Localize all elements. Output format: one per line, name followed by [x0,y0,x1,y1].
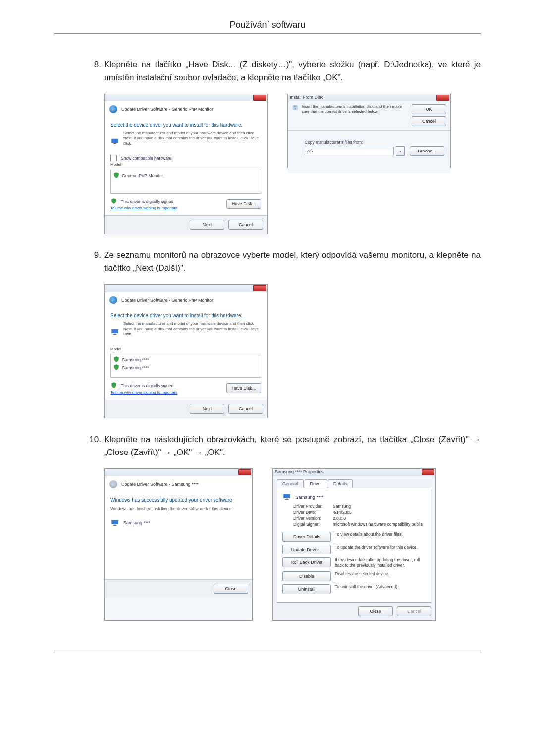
rollback-button[interactable]: Roll Back Driver [282,557,331,567]
dialog-heading: Select the device driver you want to ins… [110,313,261,318]
back-button[interactable]: ← Update Driver Software - Generic PnP M… [109,296,213,304]
next-button[interactable]: Next [190,404,224,414]
tell-me-link[interactable]: Tell me why driver signing is important [110,206,177,210]
svg-rect-6 [111,329,118,333]
step-9-number: 9. [84,249,104,262]
step-10: 10. Klepněte na následujících obrazovkác… [84,433,481,458]
svg-rect-13 [286,499,288,500]
dialog-subtext: Select the manufacturer and model of you… [123,321,261,337]
uninstall-desc: To uninstall the driver (Advanced). [335,584,426,590]
tab-general[interactable]: General [277,479,304,488]
have-disk-button[interactable]: Have Disk... [226,383,261,393]
model-item-1[interactable]: Samsung **** [122,357,149,362]
back-button[interactable]: ← Update Driver Software - Generic PnP M… [109,105,213,113]
path-input[interactable] [305,147,394,155]
cancel-button[interactable]: Cancel [412,116,446,126]
model-item[interactable]: Generic PnP Monitor [122,173,163,178]
shield-icon [113,364,120,372]
update-driver-button[interactable]: Update Driver... [282,545,331,554]
step-9-screens: ← Update Driver Software - Generic PnP M… [104,284,481,418]
uninstall-button[interactable]: Uninstall [282,584,331,594]
success-sub: Windows has finished installing the driv… [110,506,246,511]
driver-details-desc: To view details about the driver files. [335,532,426,537]
provider-value: Samsung [333,504,426,509]
shield-icon [113,356,120,364]
update-driver-desc: To update the driver software for this d… [335,545,426,550]
shield-icon [113,172,120,180]
disable-desc: Disables the selected device. [335,571,426,577]
svg-rect-10 [114,525,116,526]
step-10-screens: ← Update Driver Software - Samsung **** … [104,468,481,621]
compatible-checkbox[interactable] [110,155,117,161]
titlebar [105,469,252,476]
svg-rect-14 [285,500,289,500]
close-icon[interactable] [253,95,266,101]
date-value: 4/14/2005 [333,510,426,515]
next-button[interactable]: Next [190,220,224,230]
monitor-icon [282,492,291,501]
disable-button[interactable]: Disable [282,571,331,581]
have-disk-button[interactable]: Have Disk... [226,199,261,209]
success-heading: Windows has successfully updated your dr… [110,497,246,503]
cancel-button: Cancel [397,606,431,616]
monitor-icon [110,518,119,527]
svg-rect-12 [283,494,290,498]
cancel-button[interactable]: Cancel [228,220,263,230]
step-8-text: Klepněte na tlačítko „Have Disk... (Z di… [104,58,481,84]
cancel-button[interactable]: Cancel [228,404,263,414]
back-button[interactable]: ← Update Driver Software - Samsung **** [109,480,199,488]
back-arrow-icon: ← [109,296,117,304]
titlebar: Samsung **** Properties [273,469,435,476]
close-icon[interactable] [253,285,266,291]
tab-driver[interactable]: Driver [305,479,327,488]
signed-text: This driver is digitally signed. [121,199,175,204]
back-arrow-icon: ← [109,480,117,488]
close-button[interactable]: Close [214,584,248,594]
ok-button[interactable]: OK [412,104,446,114]
compatible-label: Show compatible hardware [121,156,172,161]
signed-text: This driver is digitally signed. [121,383,175,388]
device-name: Samsung **** [123,520,151,525]
version-key: Driver Version: [293,516,333,521]
close-icon[interactable] [422,469,434,475]
breadcrumb: Update Driver Software - Generic PnP Mon… [119,298,213,302]
close-icon[interactable] [238,469,251,475]
rollback-desc: If the device fails after updating the d… [335,557,426,568]
signer-key: Digital Signer: [293,522,333,527]
svg-rect-7 [114,334,116,335]
tab-details[interactable]: Details [328,479,353,488]
model-listbox[interactable]: Samsung **** Samsung **** [110,354,261,378]
header-rule [54,33,481,34]
disk-icon [292,104,299,112]
provider-key: Driver Provider: [293,504,333,509]
path-dropdown-icon[interactable]: ▾ [396,146,405,156]
driver-details-button[interactable]: Driver Details [282,532,331,542]
close-button[interactable]: Close [358,606,393,616]
monitor-icon [110,137,119,146]
monitor-icon [110,327,119,336]
step-9: 9. Ze seznamu monitorů na obrazovce vybe… [84,249,481,274]
version-value: 2.0.0.0 [333,516,426,521]
dialog-heading: Select the device driver you want to ins… [110,122,261,128]
tell-me-link[interactable]: Tell me why driver signing is important [110,390,177,395]
breadcrumb: Update Driver Software - Generic PnP Mon… [119,107,213,112]
browse-button[interactable]: Browse... [410,146,444,156]
shield-icon [110,382,117,390]
titlebar: Install From Disk [288,94,450,101]
footer-rule [54,651,481,651]
step-8-number: 8. [84,58,104,71]
dialog-device-properties: Samsung **** Properties General Driver D… [272,468,436,621]
close-icon[interactable] [436,95,449,101]
page-header-title: Používání softwaru [54,20,481,30]
model-item-2[interactable]: Samsung **** [122,365,149,370]
install-msg: Insert the manufacturer's installation d… [302,104,409,115]
svg-rect-0 [111,138,118,142]
step-9-text: Ze seznamu monitorů na obrazovce vyberte… [104,249,481,274]
step-10-text: Klepněte na následujících obrazovkách, k… [104,433,481,458]
device-name: Samsung **** [295,494,324,500]
date-key: Driver Date: [293,510,333,515]
shield-icon [110,198,117,205]
copy-from-label: Copy manufacturer's files from: [305,140,444,145]
model-listbox[interactable]: Generic PnP Monitor [110,170,261,194]
dialog-update-success: ← Update Driver Software - Samsung **** … [104,468,253,621]
